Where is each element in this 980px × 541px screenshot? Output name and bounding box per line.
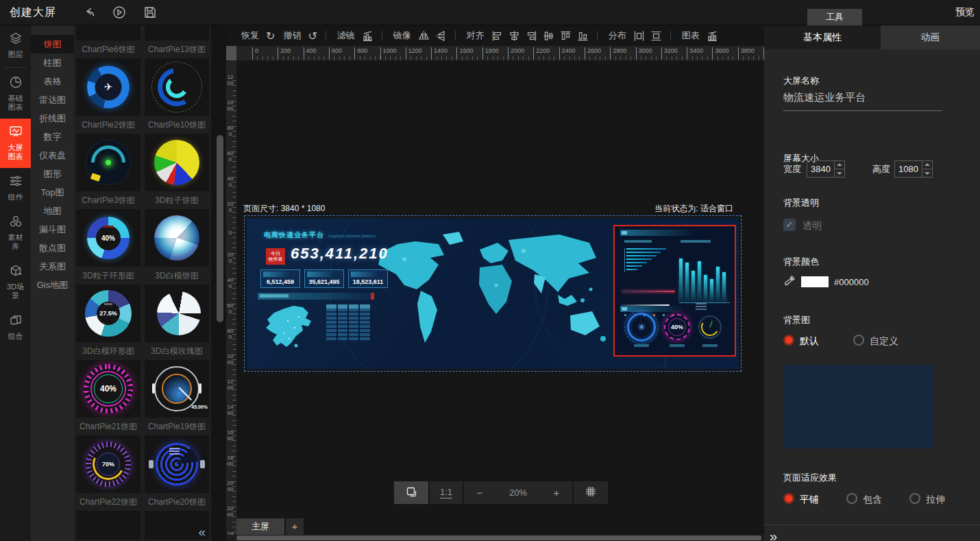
nav-item-3d-scene[interactable]: 3D场景 <box>0 258 31 307</box>
bg-image-preview <box>783 365 934 448</box>
gallery-item[interactable]: 27.5% 3D白模环形图 <box>74 285 143 360</box>
flip-horizontal-icon[interactable] <box>418 30 430 42</box>
tab-basic-properties[interactable]: 基本属性 <box>764 25 881 49</box>
gallery-item[interactable]: ChartPie3饼图 <box>74 134 143 209</box>
dashboard-canvas[interactable]: 电商快递业务平台Logistics express platform 今日收件量… <box>247 218 739 369</box>
align-right-icon[interactable] <box>526 30 537 42</box>
category-gauge[interactable]: 仪表盘 <box>31 146 74 165</box>
eyedropper-icon[interactable] <box>783 275 796 287</box>
gallery-item[interactable]: ChartPie20饼图 <box>143 435 211 511</box>
one-to-one-button[interactable]: 1:1 <box>430 481 463 504</box>
filter-chart-icon[interactable] <box>362 30 373 42</box>
nav-item-layers[interactable]: 图层 <box>0 25 31 66</box>
step-down-icon[interactable] <box>835 169 844 177</box>
nav-item-screen-charts[interactable]: 大屏图表 <box>0 119 31 168</box>
nav-item-assets[interactable]: 素材库 <box>0 208 31 258</box>
radio-bg-custom-label[interactable]: 自定义 <box>870 335 898 348</box>
category-radar[interactable]: 雷达图 <box>31 91 74 109</box>
category-pie[interactable]: 饼图 <box>31 35 74 53</box>
save-icon[interactable] <box>143 5 157 19</box>
tab-animation[interactable]: 动画 <box>881 25 980 49</box>
category-gis[interactable]: Gis地图 <box>31 276 74 294</box>
tab-main-screen[interactable]: 主屏 <box>236 518 284 535</box>
gallery-item[interactable]: 40% ChartPie21饼图 <box>74 360 143 435</box>
radio-bg-default-label[interactable]: 默认 <box>800 335 819 348</box>
radio-fit-contain-label[interactable]: 包含 <box>863 494 882 506</box>
align-left-icon[interactable] <box>491 30 503 42</box>
category-number[interactable]: 数字 <box>31 128 74 146</box>
distribute-h-icon[interactable] <box>633 30 645 42</box>
radio-bg-default[interactable] <box>783 335 794 346</box>
scrollbar-thumb[interactable] <box>217 135 223 322</box>
category-funnel[interactable]: 漏斗图 <box>31 220 74 239</box>
play-icon[interactable] <box>112 5 126 19</box>
chart-thumbnail <box>145 58 209 116</box>
category-table[interactable]: 表格 <box>31 72 74 91</box>
flip-vertical-icon[interactable] <box>435 30 447 42</box>
gallery-item[interactable]: 70% ChartPie22饼图 <box>74 435 143 511</box>
nav-item-group[interactable]: 组合 <box>0 307 31 348</box>
screen-name-input[interactable]: 物流速运业务平台 <box>783 91 942 111</box>
gallery-item[interactable]: ChartPie10饼图 <box>143 58 211 134</box>
radio-fit-contain[interactable] <box>846 493 857 504</box>
zoom-out-button[interactable]: − <box>464 487 495 498</box>
align-bottom-icon[interactable] <box>577 30 589 42</box>
undo-icon[interactable]: ↺ <box>308 29 317 43</box>
page-title: 创建大屏 <box>10 5 56 20</box>
gallery-item[interactable]: 3D白模玫瑰图 <box>143 285 211 360</box>
tools-tab[interactable]: 工具 <box>807 9 862 25</box>
radio-fit-tile[interactable] <box>783 493 794 504</box>
gallery-item[interactable]: 45.00% ChartPie19饼图 <box>143 360 211 435</box>
stat-box: 18,523,611 <box>348 269 388 288</box>
distribute-v-icon[interactable] <box>650 30 662 42</box>
height-stepper[interactable]: 1080 <box>894 160 933 178</box>
percent-gauge: 40% <box>664 314 690 340</box>
nav-item-basic-charts[interactable]: 基础图表 <box>0 69 31 119</box>
step-up-icon[interactable] <box>922 161 932 169</box>
bg-color-swatch[interactable] <box>801 276 829 287</box>
radio-fit-tile-label[interactable]: 平铺 <box>800 494 819 506</box>
chart-thumbnail: 40% <box>76 209 140 267</box>
radio-fit-stretch-label[interactable]: 拉伸 <box>926 494 945 506</box>
width-stepper[interactable]: 3840 <box>807 160 845 178</box>
scrollbar-thumb[interactable] <box>236 536 761 540</box>
selected-widget[interactable]: ✳ 40% <box>613 225 736 357</box>
step-down-icon[interactable] <box>922 169 932 177</box>
align-center-h-icon[interactable] <box>509 30 520 42</box>
expand-panel-icon[interactable]: » <box>770 529 777 541</box>
gallery-item[interactable]: ChartPie13饼图 <box>143 25 211 58</box>
zoom-in-button[interactable]: + <box>541 487 572 498</box>
gallery-item-partial[interactable] <box>74 511 143 540</box>
category-map[interactable]: 地图 <box>31 202 74 220</box>
category-scatter[interactable]: 散点图 <box>31 239 74 257</box>
add-screen-button[interactable]: + <box>286 518 304 535</box>
align-top-icon[interactable] <box>560 30 572 42</box>
preview-button[interactable]: 预览 <box>955 6 975 19</box>
gallery-item[interactable]: 40% 3D粒子环形图 <box>74 209 143 285</box>
gallery-item[interactable]: ChartPie6饼图 <box>74 25 143 58</box>
section-header-bar <box>258 293 374 300</box>
collapse-panel-icon[interactable]: « <box>198 525 206 540</box>
fit-screen-button[interactable] <box>394 481 428 504</box>
redo-icon[interactable]: ↻ <box>266 29 275 43</box>
step-up-icon[interactable] <box>835 161 844 169</box>
gallery-item[interactable]: 3D白模饼图 <box>143 209 211 285</box>
grid-icon <box>585 486 596 499</box>
category-top[interactable]: Top图 <box>31 183 74 202</box>
category-shape[interactable]: 图形 <box>31 165 74 183</box>
gallery-item[interactable]: ✈ ChartPie2饼图 <box>74 58 143 134</box>
category-relation[interactable]: 关系图 <box>31 257 74 276</box>
category-line[interactable]: 折线图 <box>31 109 74 128</box>
chart-thumbnail: ✈ <box>76 58 140 116</box>
align-center-v-icon[interactable] <box>543 30 554 42</box>
radio-bg-custom[interactable] <box>853 335 864 346</box>
radio-fit-stretch[interactable] <box>909 493 920 504</box>
chart-tool-icon[interactable] <box>707 30 718 42</box>
back-icon[interactable] <box>84 5 97 19</box>
category-bar[interactable]: 柱图 <box>31 53 74 72</box>
gallery-item[interactable]: 3D粒子饼图 <box>143 134 211 209</box>
widget-header-bar <box>620 230 709 236</box>
nav-item-components[interactable]: 组件 <box>0 168 31 208</box>
transparent-checkbox[interactable]: ✓ <box>783 219 796 231</box>
grid-toggle-button[interactable] <box>574 481 608 504</box>
